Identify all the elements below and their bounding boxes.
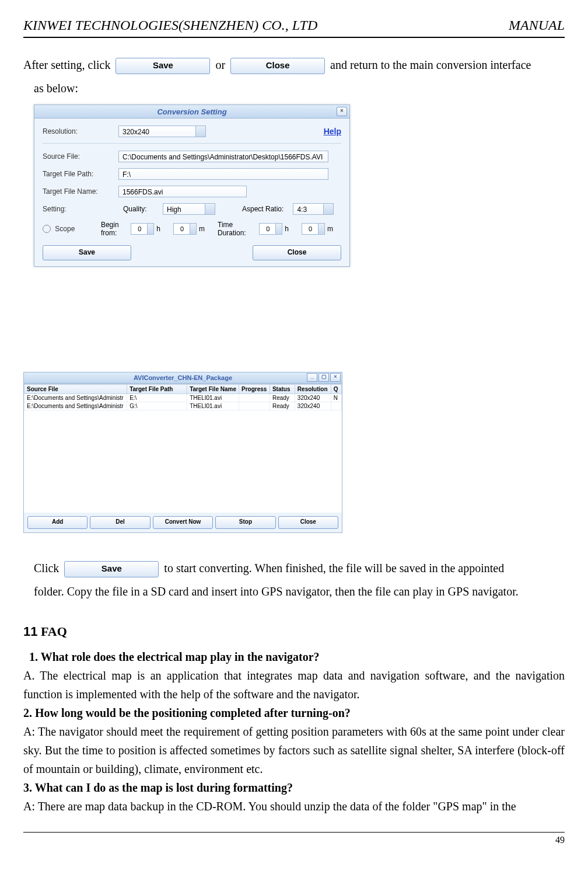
hour-unit2: h — [285, 225, 289, 233]
click-text: Click — [34, 562, 62, 574]
aspect-ratio-label: Aspect Ratio: — [242, 205, 284, 213]
save-button[interactable]: Save — [43, 245, 131, 260]
duration-min-input[interactable]: 0 — [302, 223, 319, 235]
faq-number: 11 — [23, 624, 37, 639]
close-button-inline[interactable]: Close — [230, 58, 325, 74]
begin-hour-input[interactable]: 0 — [131, 223, 148, 235]
begin-min-input[interactable]: 0 — [173, 223, 191, 235]
maximize-icon[interactable]: ▢ — [318, 373, 329, 382]
col-targetname[interactable]: Target File Name — [187, 385, 239, 394]
table-row[interactable]: E:\Documents and Settings\Administr G:\ … — [24, 402, 342, 410]
intro-suffix: and return to the main conversion interf… — [330, 58, 531, 71]
setting-label: Setting: — [43, 205, 118, 213]
scope-label: Scope — [43, 225, 96, 234]
dialog-title: Conversion Setting — [157, 107, 226, 116]
scope-text: Scope — [55, 225, 75, 233]
min-unit: m — [199, 225, 205, 233]
file-list-table: Source File Target File Path Target File… — [24, 384, 342, 410]
cell-progress — [239, 402, 270, 410]
faq-title: FAQ — [41, 624, 67, 639]
file-list-area: Source File Target File Path Target File… — [24, 384, 342, 513]
window-title: AVIConverter_CHN-EN_Package — [134, 374, 232, 381]
faq-heading: 11 FAQ — [23, 624, 565, 639]
resolution-label: Resolution: — [43, 127, 118, 135]
faq-q3: 3. What can I do as the map is lost duri… — [23, 778, 565, 797]
page-number: 49 — [555, 835, 565, 845]
aspect-ratio-select[interactable]: 4:3 — [293, 203, 334, 215]
cell-source: E:\Documents and Settings\Administr — [24, 394, 127, 402]
aviconverter-window: AVIConverter_CHN-EN_Package _ ▢ × Source… — [23, 372, 342, 533]
col-status[interactable]: Status — [270, 385, 295, 394]
close-button[interactable]: Close — [278, 516, 338, 529]
help-link[interactable]: Help — [324, 127, 341, 136]
table-row[interactable]: E:\Documents and Settings\Administr E:\ … — [24, 394, 342, 402]
target-name-input[interactable]: 1566FDS.avi — [118, 186, 247, 197]
window-titlebar: AVIConverter_CHN-EN_Package _ ▢ × — [24, 372, 342, 384]
cell-name: THELI01.avi — [187, 394, 239, 402]
conversion-setting-dialog: Conversion Setting × Resolution: 320x240… — [34, 105, 350, 267]
quality-label: Quality: — [123, 205, 158, 213]
cell-name: THELI01.avi — [187, 402, 239, 410]
col-q[interactable]: Q — [331, 385, 341, 394]
dialog-titlebar: Conversion Setting × — [34, 105, 349, 119]
table-header-row: Source File Target File Path Target File… — [24, 385, 342, 394]
post-line2: folder. Copy the file in a SD card and i… — [34, 580, 565, 603]
faq-q2: 2. How long would be the positioning com… — [23, 704, 565, 722]
duration-hour-input[interactable]: 0 — [259, 223, 276, 235]
cell-status: Ready — [270, 402, 295, 410]
divider — [43, 143, 341, 144]
min-unit2: m — [327, 225, 333, 233]
target-path-input[interactable]: F:\ — [118, 168, 328, 180]
page-footer: 49 — [23, 832, 565, 845]
scope-radio[interactable] — [43, 225, 51, 233]
faq-body: 1. What role does the electrical map pla… — [23, 647, 565, 816]
target-name-label: Target File Name: — [43, 187, 118, 196]
header-company: KINWEI TECHNOLOGIES(SHENZHEN) CO., LTD — [23, 18, 317, 33]
target-path-label: Target File Path: — [43, 170, 118, 178]
minimize-icon[interactable]: _ — [307, 373, 317, 382]
cell-path: G:\ — [127, 402, 187, 410]
close-icon[interactable]: × — [337, 107, 347, 116]
col-targetpath[interactable]: Target File Path — [127, 385, 187, 394]
page-header: KINWEI TECHNOLOGIES(SHENZHEN) CO., LTD M… — [23, 18, 565, 38]
intro-paragraph: After setting, click Save or Close and r… — [23, 53, 565, 100]
source-file-label: Source File: — [43, 152, 118, 161]
post-paragraph: Click Save to start converting. When fin… — [23, 556, 565, 603]
quality-select[interactable]: High — [163, 203, 215, 215]
cell-source: E:\Documents and Settings\Administr — [24, 402, 127, 410]
cell-path: E:\ — [127, 394, 187, 402]
stop-button[interactable]: Stop — [215, 516, 275, 529]
begin-from-label: Begin from: — [101, 221, 126, 237]
cell-res: 320x240 — [295, 394, 331, 402]
time-duration-label: Time Duration: — [218, 221, 250, 237]
convert-now-button[interactable]: Convert Now — [153, 516, 213, 529]
col-source[interactable]: Source File — [24, 385, 127, 394]
faq-a3: A: There are map data backup in the CD-R… — [23, 797, 565, 816]
faq-q1: 1. What role does the electrical map pla… — [29, 647, 565, 666]
source-file-input[interactable]: C:\Documents and Settings\Administrator\… — [118, 151, 328, 162]
intro-prefix: After setting, click — [23, 58, 113, 71]
close-icon[interactable]: × — [330, 373, 341, 382]
header-manual: MANUAL — [509, 18, 565, 33]
cell-q — [331, 402, 341, 410]
post-after: to start converting. When finished, the … — [164, 562, 504, 574]
col-progress[interactable]: Progress — [239, 385, 270, 394]
add-button[interactable]: Add — [27, 516, 88, 529]
cell-res: 320x240 — [295, 402, 331, 410]
save-button-inline2[interactable]: Save — [64, 561, 159, 577]
intro-or: or — [215, 58, 225, 71]
intro-line2: as below: — [34, 76, 565, 100]
resolution-select[interactable]: 320x240 — [118, 126, 206, 137]
cell-status: Ready — [270, 394, 295, 402]
col-resolution[interactable]: Resolution — [295, 385, 331, 394]
hour-unit: h — [156, 225, 160, 233]
save-button-inline[interactable]: Save — [116, 58, 210, 74]
cell-progress — [239, 394, 270, 402]
faq-a1: A. The electrical map is an application … — [23, 666, 565, 704]
cell-q: N — [331, 394, 341, 402]
del-button[interactable]: Del — [90, 516, 150, 529]
close-button[interactable]: Close — [253, 245, 341, 260]
faq-a2: A: The navigator should meet the require… — [23, 722, 565, 778]
